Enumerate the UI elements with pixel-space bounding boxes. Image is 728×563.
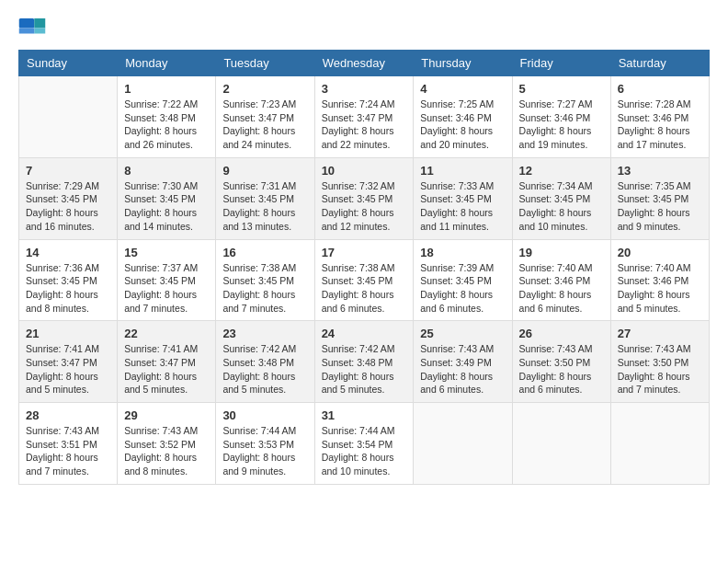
calendar-cell: 15Sunrise: 7:37 AM Sunset: 3:45 PM Dayli… — [118, 239, 216, 321]
day-info: Sunrise: 7:41 AM Sunset: 3:47 PM Dayligh… — [26, 342, 110, 396]
day-number: 23 — [222, 327, 307, 340]
calendar-cell: 24Sunrise: 7:42 AM Sunset: 3:48 PM Dayli… — [314, 321, 414, 403]
calendar-week: 28Sunrise: 7:43 AM Sunset: 3:51 PM Dayli… — [19, 403, 710, 485]
calendar-cell — [414, 403, 512, 485]
svg-marker-2 — [34, 29, 45, 34]
calendar-cell — [19, 76, 118, 158]
day-number: 3 — [322, 82, 407, 96]
header-day: Saturday — [610, 51, 709, 76]
calendar-cell: 5Sunrise: 7:27 AM Sunset: 3:46 PM Daylig… — [512, 76, 610, 158]
header-row: SundayMondayTuesdayWednesdayThursdayFrid… — [19, 51, 710, 76]
day-info: Sunrise: 7:43 AM Sunset: 3:51 PM Dayligh… — [26, 424, 110, 478]
day-number: 2 — [222, 82, 307, 96]
day-number: 26 — [519, 327, 604, 340]
day-info: Sunrise: 7:32 AM Sunset: 3:45 PM Dayligh… — [322, 179, 407, 234]
day-number: 10 — [322, 164, 407, 178]
day-info: Sunrise: 7:24 AM Sunset: 3:47 PM Dayligh… — [322, 98, 407, 152]
calendar-cell: 19Sunrise: 7:40 AM Sunset: 3:46 PM Dayli… — [512, 239, 610, 321]
day-info: Sunrise: 7:38 AM Sunset: 3:45 PM Dayligh… — [322, 261, 407, 316]
day-number: 31 — [322, 408, 407, 422]
day-info: Sunrise: 7:44 AM Sunset: 3:53 PM Dayligh… — [222, 424, 307, 478]
header-day: Wednesday — [314, 51, 414, 76]
calendar-cell: 20Sunrise: 7:40 AM Sunset: 3:46 PM Dayli… — [610, 239, 709, 321]
calendar-week: 1Sunrise: 7:22 AM Sunset: 3:48 PM Daylig… — [19, 76, 710, 158]
calendar-header: SundayMondayTuesdayWednesdayThursdayFrid… — [19, 51, 710, 76]
calendar-cell: 16Sunrise: 7:38 AM Sunset: 3:45 PM Dayli… — [216, 239, 314, 321]
day-info: Sunrise: 7:40 AM Sunset: 3:46 PM Dayligh… — [618, 261, 702, 316]
day-number: 16 — [222, 246, 307, 259]
day-info: Sunrise: 7:38 AM Sunset: 3:45 PM Dayligh… — [222, 261, 307, 316]
day-info: Sunrise: 7:29 AM Sunset: 3:45 PM Dayligh… — [26, 179, 110, 234]
calendar-week: 21Sunrise: 7:41 AM Sunset: 3:47 PM Dayli… — [19, 321, 710, 403]
day-number: 19 — [519, 246, 604, 259]
page-header — [18, 18, 710, 40]
calendar-cell: 28Sunrise: 7:43 AM Sunset: 3:51 PM Dayli… — [19, 403, 118, 485]
calendar-cell: 1Sunrise: 7:22 AM Sunset: 3:48 PM Daylig… — [118, 76, 216, 158]
calendar-cell: 26Sunrise: 7:43 AM Sunset: 3:50 PM Dayli… — [512, 321, 610, 403]
day-info: Sunrise: 7:34 AM Sunset: 3:45 PM Dayligh… — [519, 179, 604, 234]
calendar-cell — [512, 403, 610, 485]
day-info: Sunrise: 7:42 AM Sunset: 3:48 PM Dayligh… — [222, 342, 307, 396]
svg-rect-0 — [19, 18, 35, 29]
calendar-table: SundayMondayTuesdayWednesdayThursdayFrid… — [18, 50, 710, 485]
day-info: Sunrise: 7:28 AM Sunset: 3:46 PM Dayligh… — [618, 98, 702, 152]
day-number: 15 — [124, 246, 209, 259]
day-number: 30 — [222, 408, 307, 422]
calendar-cell: 25Sunrise: 7:43 AM Sunset: 3:49 PM Dayli… — [414, 321, 512, 403]
calendar-cell: 9Sunrise: 7:31 AM Sunset: 3:45 PM Daylig… — [216, 157, 314, 239]
day-info: Sunrise: 7:23 AM Sunset: 3:47 PM Dayligh… — [222, 98, 307, 152]
calendar-cell — [610, 403, 709, 485]
day-info: Sunrise: 7:37 AM Sunset: 3:45 PM Dayligh… — [124, 261, 209, 316]
day-number: 24 — [322, 327, 407, 340]
calendar-cell: 7Sunrise: 7:29 AM Sunset: 3:45 PM Daylig… — [19, 157, 118, 239]
day-number: 20 — [618, 246, 702, 259]
day-number: 28 — [26, 408, 110, 422]
calendar-cell: 18Sunrise: 7:39 AM Sunset: 3:45 PM Dayli… — [414, 239, 512, 321]
day-info: Sunrise: 7:36 AM Sunset: 3:45 PM Dayligh… — [26, 261, 110, 316]
day-info: Sunrise: 7:42 AM Sunset: 3:48 PM Dayligh… — [322, 342, 407, 396]
header-day: Sunday — [19, 51, 118, 76]
calendar-cell: 22Sunrise: 7:41 AM Sunset: 3:47 PM Dayli… — [118, 321, 216, 403]
calendar-cell: 14Sunrise: 7:36 AM Sunset: 3:45 PM Dayli… — [19, 239, 118, 321]
calendar-cell: 6Sunrise: 7:28 AM Sunset: 3:46 PM Daylig… — [610, 76, 709, 158]
day-number: 6 — [618, 82, 702, 96]
day-number: 5 — [519, 82, 604, 96]
calendar-cell: 23Sunrise: 7:42 AM Sunset: 3:48 PM Dayli… — [216, 321, 314, 403]
day-number: 27 — [618, 327, 702, 340]
day-number: 14 — [26, 246, 110, 259]
calendar-cell: 17Sunrise: 7:38 AM Sunset: 3:45 PM Dayli… — [314, 239, 414, 321]
day-info: Sunrise: 7:44 AM Sunset: 3:54 PM Dayligh… — [322, 424, 407, 478]
svg-rect-3 — [19, 29, 35, 34]
day-number: 8 — [124, 164, 209, 178]
day-number: 11 — [420, 164, 505, 178]
day-number: 29 — [124, 408, 209, 422]
day-number: 7 — [26, 164, 110, 178]
svg-marker-1 — [34, 18, 45, 29]
day-number: 22 — [124, 327, 209, 340]
calendar-cell: 31Sunrise: 7:44 AM Sunset: 3:54 PM Dayli… — [314, 403, 414, 485]
day-number: 25 — [420, 327, 505, 340]
calendar-cell: 10Sunrise: 7:32 AM Sunset: 3:45 PM Dayli… — [314, 157, 414, 239]
calendar-body: 1Sunrise: 7:22 AM Sunset: 3:48 PM Daylig… — [19, 76, 710, 485]
header-day: Monday — [118, 51, 216, 76]
calendar-cell: 30Sunrise: 7:44 AM Sunset: 3:53 PM Dayli… — [216, 403, 314, 485]
day-number: 13 — [618, 164, 702, 178]
header-day: Friday — [512, 51, 610, 76]
calendar-cell: 8Sunrise: 7:30 AM Sunset: 3:45 PM Daylig… — [118, 157, 216, 239]
day-info: Sunrise: 7:33 AM Sunset: 3:45 PM Dayligh… — [420, 179, 505, 234]
day-info: Sunrise: 7:39 AM Sunset: 3:45 PM Dayligh… — [420, 261, 505, 316]
header-day: Tuesday — [216, 51, 314, 76]
day-info: Sunrise: 7:35 AM Sunset: 3:45 PM Dayligh… — [618, 179, 702, 234]
calendar-cell: 13Sunrise: 7:35 AM Sunset: 3:45 PM Dayli… — [610, 157, 709, 239]
day-info: Sunrise: 7:43 AM Sunset: 3:50 PM Dayligh… — [618, 342, 702, 396]
calendar-cell: 2Sunrise: 7:23 AM Sunset: 3:47 PM Daylig… — [216, 76, 314, 158]
calendar-cell: 21Sunrise: 7:41 AM Sunset: 3:47 PM Dayli… — [19, 321, 118, 403]
day-info: Sunrise: 7:43 AM Sunset: 3:49 PM Dayligh… — [420, 342, 505, 396]
day-info: Sunrise: 7:40 AM Sunset: 3:46 PM Dayligh… — [519, 261, 604, 316]
day-info: Sunrise: 7:25 AM Sunset: 3:46 PM Dayligh… — [420, 98, 505, 152]
calendar-cell: 12Sunrise: 7:34 AM Sunset: 3:45 PM Dayli… — [512, 157, 610, 239]
day-info: Sunrise: 7:43 AM Sunset: 3:50 PM Dayligh… — [519, 342, 604, 396]
day-info: Sunrise: 7:43 AM Sunset: 3:52 PM Dayligh… — [124, 424, 209, 478]
day-info: Sunrise: 7:41 AM Sunset: 3:47 PM Dayligh… — [124, 342, 209, 396]
logo-icon — [18, 18, 46, 40]
